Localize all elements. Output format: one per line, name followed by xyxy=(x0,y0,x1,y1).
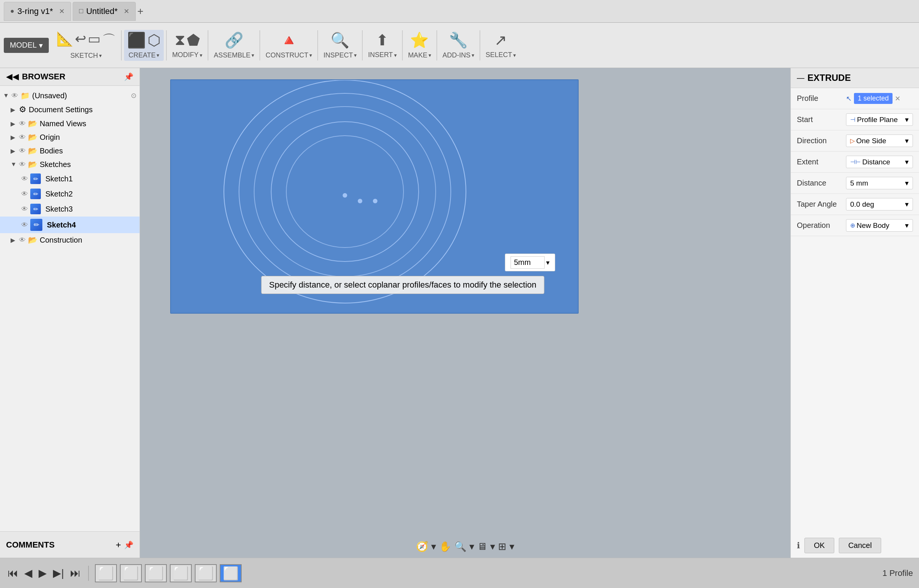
tab-3ring[interactable]: ● 3-ring v1* ✕ xyxy=(4,2,71,21)
tree-construction-eye[interactable]: 👁 xyxy=(19,236,26,244)
tree-unsaved-label: (Unsaved) xyxy=(32,92,67,100)
distance-tooltip: ▾ xyxy=(505,254,555,271)
playback-start-button[interactable]: ⏮ xyxy=(6,565,19,581)
panel-operation-dropdown[interactable]: ⊕ New Body ▾ xyxy=(846,219,913,232)
operation-dropdown-arrow: ▾ xyxy=(905,221,909,230)
tree-sketches-eye[interactable]: 👁 xyxy=(19,161,26,168)
taper-input-arrow[interactable]: ▾ xyxy=(905,200,909,208)
tree-item-bodies[interactable]: ▶ 👁 📂 Bodies xyxy=(0,144,139,158)
tree-construction-label: Construction xyxy=(40,236,82,244)
tree-item-construction[interactable]: ▶ 👁 📂 Construction xyxy=(0,233,139,247)
tree-sketch3-eye[interactable]: 👁 xyxy=(21,205,28,213)
playback-next-button[interactable]: ▶| xyxy=(52,565,65,581)
tree-sketches-label: Sketches xyxy=(40,160,71,169)
create-label[interactable]: CREATE ▾ xyxy=(129,52,160,59)
tree-sketch4-eye[interactable]: 👁 xyxy=(21,221,28,229)
toolbar-create-section[interactable]: ⬛ ⬡ CREATE ▾ xyxy=(124,30,164,61)
sidebar-pin-button[interactable]: 📌 xyxy=(124,72,133,81)
toolbar-make-section[interactable]: ⭐ MAKE ▾ xyxy=(405,30,434,61)
rectangle-icon: ▭ xyxy=(88,31,100,50)
vt-grid-icon[interactable]: ⊞ xyxy=(498,541,506,552)
tree-item-docsettings[interactable]: ▶ ⚙ Document Settings xyxy=(0,102,139,117)
toolbar-assemble-section[interactable]: 🔗 ASSEMBLE ▾ xyxy=(211,30,257,61)
extrude-icon: ⬛ xyxy=(127,31,146,49)
tree-item-unsaved[interactable]: ▼ 👁 📁 (Unsaved) ⊙ xyxy=(0,89,139,102)
distance-input[interactable] xyxy=(511,256,545,269)
viewport[interactable]: ▾ Specify distance, or select coplanar p… xyxy=(140,68,790,558)
tree-namedviews-arrow: ▶ xyxy=(11,120,17,128)
anim-btn-6[interactable]: ⬜ xyxy=(220,564,242,582)
new-sketch-icon: 📐 xyxy=(56,31,73,50)
profile-clear-button[interactable]: ✕ xyxy=(895,94,901,103)
vt-pan-icon[interactable]: ✋ xyxy=(439,541,451,552)
insert-label[interactable]: INSERT ▾ xyxy=(368,51,397,59)
sidebar-collapse-left[interactable]: ◀◀ xyxy=(6,72,19,82)
panel-start-dropdown[interactable]: ⊣ Profile Plane ▾ xyxy=(846,113,913,126)
construct-label[interactable]: CONSTRUCT ▾ xyxy=(266,52,312,59)
select-label[interactable]: SELECT ▾ xyxy=(486,51,516,59)
toolbar-modify-section[interactable]: ⧗ ⬟ MODIFY ▾ xyxy=(169,30,205,60)
toolbar-select-section[interactable]: ↗ SELECT ▾ xyxy=(483,30,519,60)
vt-navigate-icon[interactable]: 🧭 xyxy=(416,541,428,552)
tree-item-namedviews[interactable]: ▶ 👁 📂 Named Views xyxy=(0,117,139,130)
direction-dropdown-arrow: ▾ xyxy=(905,136,909,145)
toolbar-construct-section[interactable]: 🔺 CONSTRUCT ▾ xyxy=(263,30,315,61)
panel-collapse-icon[interactable]: — xyxy=(797,74,804,82)
toolbar-addins-section[interactable]: 🔧 ADD-INS ▾ xyxy=(439,30,477,61)
panel-distance-input[interactable]: 5 mm ▾ xyxy=(846,177,913,189)
assemble-label[interactable]: ASSEMBLE ▾ xyxy=(214,52,254,59)
modify-label[interactable]: MODIFY ▾ xyxy=(172,51,202,59)
panel-direction-dropdown[interactable]: ▷ One Side ▾ xyxy=(846,134,913,147)
model-menu-button[interactable]: MODEL ▾ xyxy=(4,38,49,53)
tab-3ring-close[interactable]: ✕ xyxy=(59,7,65,16)
anim-btn-2[interactable]: ⬜ xyxy=(120,564,142,582)
tab-untitled-close[interactable]: ✕ xyxy=(124,7,129,16)
comments-pin[interactable]: 📌 xyxy=(124,540,133,549)
panel-extent-dropdown[interactable]: ⊣⊢ Distance ▾ xyxy=(846,156,913,168)
vt-zoom-icon[interactable]: 🔍 xyxy=(454,541,466,552)
vt-display-icon[interactable]: 🖥 xyxy=(477,541,487,552)
toolbar-sketch-section[interactable]: 📐 ↩ ▭ ⌒ SKETCH ▾ xyxy=(53,29,119,61)
addins-label[interactable]: ADD-INS ▾ xyxy=(442,52,474,59)
tree-item-sketch3[interactable]: 👁 ✏ Sketch3 xyxy=(0,202,139,216)
add-tab-button[interactable]: + xyxy=(137,5,143,18)
profile-selected-button[interactable]: 1 selected xyxy=(854,93,893,104)
tree-unsaved-eye[interactable]: 👁 xyxy=(11,92,18,100)
playback-prev-button[interactable]: ◀ xyxy=(23,565,34,581)
comments-add-button[interactable]: + xyxy=(116,540,121,550)
cancel-button[interactable]: Cancel xyxy=(839,538,881,553)
panel-taper-input[interactable]: 0.0 deg ▾ xyxy=(846,198,913,210)
playback-play-button[interactable]: ▶ xyxy=(37,565,49,581)
anim-btn-1[interactable]: ⬜ xyxy=(95,564,117,582)
vt-arrow-icon[interactable]: ▾ xyxy=(431,541,436,552)
tab-untitled[interactable]: □ Untitled* ✕ xyxy=(73,2,136,21)
tree-sketch1-eye[interactable]: 👁 xyxy=(21,175,28,183)
tree-origin-eye[interactable]: 👁 xyxy=(19,133,26,141)
vt-zoomdrop-icon[interactable]: ▾ xyxy=(469,541,474,552)
inspect-label[interactable]: INSPECT ▾ xyxy=(323,52,357,59)
toolbar-insert-section[interactable]: ⬆ INSERT ▾ xyxy=(365,30,400,60)
anim-btn-5[interactable]: ⬜ xyxy=(195,564,217,582)
ok-button[interactable]: OK xyxy=(804,538,834,553)
toolbar-inspect-section[interactable]: 🔍 INSPECT ▾ xyxy=(320,30,360,61)
tree-item-origin[interactable]: ▶ 👁 📂 Origin xyxy=(0,130,139,144)
make-label[interactable]: MAKE ▾ xyxy=(408,52,431,59)
playback-end-button[interactable]: ⏭ xyxy=(68,565,82,581)
tree-sketch2-eye[interactable]: 👁 xyxy=(21,190,28,198)
distance-input-arrow[interactable]: ▾ xyxy=(905,179,909,187)
tree-item-sketches[interactable]: ▼ 👁 📂 Sketches xyxy=(0,158,139,171)
tree-item-sketch2[interactable]: 👁 ✏ Sketch2 xyxy=(0,186,139,202)
tree-item-sketch1[interactable]: 👁 ✏ Sketch1 xyxy=(0,171,139,186)
anim-btn-4[interactable]: ⬜ xyxy=(170,564,192,582)
tree-bodies-eye[interactable]: 👁 xyxy=(19,147,26,155)
sketch-label[interactable]: SKETCH ▾ xyxy=(70,52,102,60)
tree-namedviews-eye[interactable]: 👁 xyxy=(19,120,26,128)
vt-griddrop-icon[interactable]: ▾ xyxy=(509,541,514,552)
distance-dropdown-icon[interactable]: ▾ xyxy=(546,258,549,267)
anim-btn-3[interactable]: ⬜ xyxy=(145,564,167,582)
select-arrow-icon: ▾ xyxy=(513,52,516,58)
vt-displaydrop-icon[interactable]: ▾ xyxy=(490,541,495,552)
tree-item-sketch4[interactable]: 👁 ✏ Sketch4 xyxy=(0,216,139,233)
panel-info-button[interactable]: ℹ xyxy=(797,541,800,551)
panel-row-direction: Direction ▷ One Side ▾ xyxy=(791,130,919,152)
